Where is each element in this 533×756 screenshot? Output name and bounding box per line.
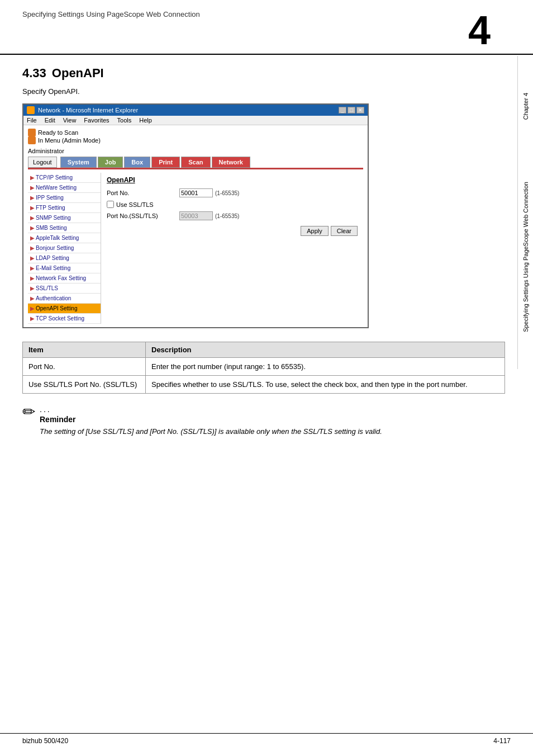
clear-button[interactable]: Clear: [331, 226, 358, 236]
reminder-dots: ...: [40, 405, 382, 414]
menu-auth[interactable]: ▶ Authentication: [28, 294, 101, 304]
table-item-1: Port No.: [23, 358, 146, 376]
table-desc-2: Specifies whether to use SSL/TLS. To use…: [146, 376, 505, 394]
footer-right: 4-117: [493, 737, 511, 745]
menu-favorites[interactable]: Favorites: [84, 117, 109, 124]
chapter-side-label: Chapter 4: [522, 93, 529, 120]
table-item-2: Use SSL/TLS Port No. (SSL/TLS): [23, 376, 146, 394]
page-wrapper: Specifying Settings Using PageScope Web …: [0, 0, 533, 756]
menu-bonjour[interactable]: ▶ Bonjour Setting: [28, 243, 101, 253]
menu-help[interactable]: Help: [139, 117, 152, 124]
menu-tcpsocket[interactable]: ▶ TCP Socket Setting: [28, 314, 101, 324]
arrow-ldap: ▶: [30, 255, 35, 261]
menu-edit[interactable]: Edit: [45, 117, 55, 124]
menu-tools[interactable]: Tools: [117, 117, 132, 124]
status-row: Ready to Scan In Menu (Admin Mode): [28, 129, 363, 144]
status-text-2: In Menu (Admin Mode): [38, 137, 101, 144]
tab-box[interactable]: Box: [124, 157, 150, 168]
browser-icon: [27, 106, 35, 114]
section-number: 4.33: [22, 66, 46, 81]
table-row: Port No. Enter the port number (input ra…: [23, 358, 505, 376]
menu-ssltls[interactable]: ▶ SSL/TLS: [28, 284, 101, 294]
left-menu: ▶ TCP/IP Setting ▶ NetWare Setting ▶ IPP…: [28, 173, 101, 324]
close-button[interactable]: ✕: [356, 107, 364, 114]
browser-window: Network - Microsoft Internet Explorer _ …: [22, 103, 369, 328]
browser-titlebar: Network - Microsoft Internet Explorer _ …: [23, 105, 368, 116]
arrow-auth: ▶: [30, 295, 35, 301]
arrow-tcpip: ▶: [30, 174, 35, 181]
ssl-port-row: Port No.(SSL/TLS) (1-65535): [107, 211, 358, 220]
tab-scan[interactable]: Scan: [181, 157, 210, 168]
menu-ftp[interactable]: ▶ FTP Setting: [28, 203, 101, 213]
chapter-number: 4: [468, 10, 491, 50]
apply-button[interactable]: Apply: [301, 226, 329, 236]
tab-network[interactable]: Network: [212, 157, 250, 168]
right-sidebar: Chapter 4 Specifying Settings Using Page…: [517, 56, 533, 369]
port-no-input[interactable]: [179, 188, 213, 197]
menu-snmp[interactable]: ▶ SNMP Setting: [28, 213, 101, 223]
menu-networkfax[interactable]: ▶ Network Fax Setting: [28, 273, 101, 284]
logout-button[interactable]: Logout: [28, 157, 57, 168]
page-footer: bizhub 500/420 4-117: [0, 733, 533, 745]
footer-left: bizhub 500/420: [22, 737, 68, 745]
right-content: OpenAPI Port No. (1-65535) Use SSL/TLS: [101, 173, 363, 324]
arrow-tcpsocket: ▶: [30, 315, 35, 322]
menu-openapi[interactable]: ▶ OpenAPI Setting: [28, 304, 101, 314]
header-title: Specifying Settings Using PageScope Web …: [22, 10, 200, 18]
section-subtitle: Specify OpenAPI.: [22, 87, 505, 96]
restore-button[interactable]: □: [348, 107, 355, 114]
tab-system[interactable]: System: [60, 157, 97, 168]
menu-ipp[interactable]: ▶ IPP Setting: [28, 193, 101, 203]
ssl-port-label: Port No.(SSL/TLS): [107, 212, 179, 219]
status-ready: Ready to Scan: [28, 129, 78, 136]
ssl-tls-checkbox[interactable]: [107, 201, 114, 208]
description-table: Item Description Port No. Enter the port…: [22, 342, 505, 394]
section-title: OpenAPI: [52, 66, 104, 81]
port-no-label: Port No.: [107, 190, 179, 196]
menu-appletalk[interactable]: ▶ AppleTalk Setting: [28, 233, 101, 243]
table-header-item: Item: [23, 342, 146, 358]
menu-tcpip[interactable]: ▶ TCP/IP Setting: [28, 173, 101, 183]
arrow-ssltls: ▶: [30, 285, 35, 291]
nav-row: Logout System Job Box Print Scan Network: [28, 157, 363, 169]
arrow-bonjour: ▶: [30, 245, 35, 251]
reminder-title: Reminder: [40, 415, 382, 424]
browser-controls[interactable]: _ □ ✕: [339, 107, 364, 114]
status-icon-1: [28, 129, 36, 136]
table-row: Use SSL/TLS Port No. (SSL/TLS) Specifies…: [23, 376, 505, 394]
tab-print[interactable]: Print: [151, 157, 180, 168]
ssl-tls-label: Use SSL/TLS: [116, 201, 154, 208]
main-content: 4.33 OpenAPI Specify OpenAPI. Network - …: [0, 55, 533, 448]
status-icon-2: [28, 136, 36, 144]
ssl-port-range: (1-65535): [215, 213, 239, 219]
port-no-row: Port No. (1-65535): [107, 188, 358, 197]
menu-email[interactable]: ▶ E-Mail Setting: [28, 263, 101, 273]
table-desc-1: Enter the port number (input range: 1 to…: [146, 358, 505, 376]
nav-tabs: System Job Box Print Scan Network: [60, 157, 250, 168]
browser-main: ▶ TCP/IP Setting ▶ NetWare Setting ▶ IPP…: [28, 173, 363, 324]
admin-label: Administrator: [28, 148, 363, 154]
menu-ldap[interactable]: ▶ LDAP Setting: [28, 253, 101, 263]
action-buttons: Apply Clear: [107, 226, 358, 236]
menu-file[interactable]: File: [27, 117, 37, 124]
ssl-tls-checkbox-row: Use SSL/TLS: [107, 201, 358, 208]
tab-job[interactable]: Job: [98, 157, 123, 168]
menu-smb[interactable]: ▶ SMB Setting: [28, 223, 101, 233]
port-no-range: (1-65535): [215, 190, 239, 196]
web-connection-side-label: Specifying Settings Using PageScope Web …: [522, 182, 529, 332]
arrow-appletalk: ▶: [30, 235, 35, 241]
arrow-smb: ▶: [30, 225, 35, 231]
arrow-ipp: ▶: [30, 195, 35, 201]
ssl-port-input[interactable]: [179, 211, 213, 220]
minimize-button[interactable]: _: [339, 107, 346, 114]
menu-view[interactable]: View: [63, 117, 77, 124]
browser-body: Ready to Scan In Menu (Admin Mode) Admin…: [23, 125, 368, 327]
arrow-snmp: ▶: [30, 215, 35, 221]
arrow-email: ▶: [30, 265, 35, 271]
status-text-1: Ready to Scan: [38, 129, 78, 136]
arrow-openapi: ▶: [30, 305, 35, 311]
reminder-content: ... Reminder The setting of [Use SSL/TLS…: [40, 405, 382, 437]
browser-menubar: File Edit View Favorites Tools Help: [23, 116, 368, 125]
menu-netware[interactable]: ▶ NetWare Setting: [28, 183, 101, 193]
table-header-description: Description: [146, 342, 505, 358]
